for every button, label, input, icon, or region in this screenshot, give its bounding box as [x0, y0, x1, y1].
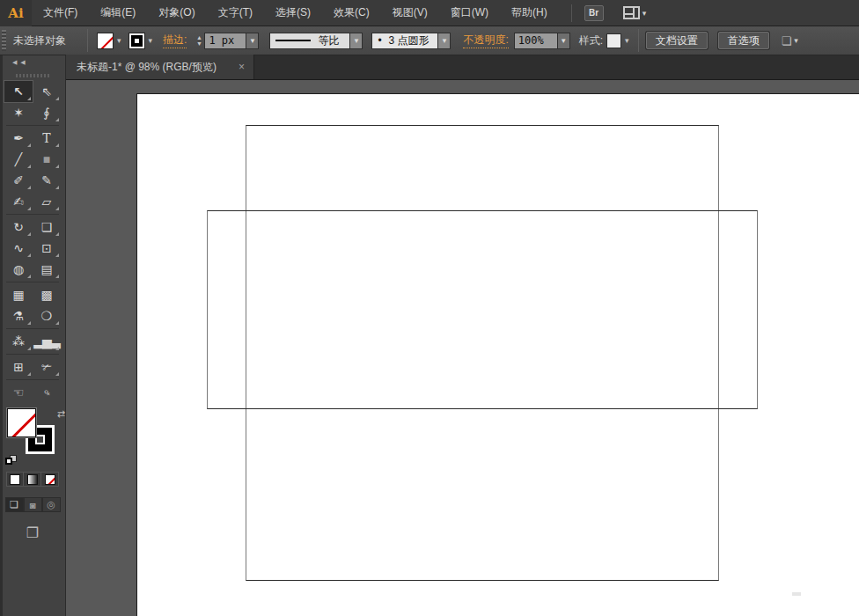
- tool-slice[interactable]: ✃: [33, 356, 61, 378]
- collapse-panel-icon[interactable]: ◀ ◀: [12, 59, 26, 66]
- rectangle-shape-wide[interactable]: [207, 210, 758, 409]
- none-button[interactable]: [41, 472, 59, 487]
- bridge-button[interactable]: Br: [584, 5, 604, 21]
- menu-file[interactable]: 文件(F): [32, 0, 89, 26]
- zoom-tool-icon: ♀: [39, 385, 54, 400]
- tool-zoom[interactable]: ♀: [33, 382, 61, 403]
- selection-status: 未选择对象: [13, 33, 82, 48]
- none-icon: [45, 474, 55, 485]
- tool-artboard[interactable]: ⊞: [4, 356, 33, 378]
- preferences-button[interactable]: 首选项: [718, 32, 769, 49]
- tool-width[interactable]: ∿: [4, 238, 33, 259]
- document-setup-button[interactable]: 文档设置: [646, 32, 708, 49]
- tool-rotate[interactable]: ↻: [4, 216, 33, 238]
- tool-line-segment[interactable]: ╱: [4, 149, 33, 170]
- width-tool-icon: ∿: [13, 242, 24, 254]
- chevron-down-icon[interactable]: ▾: [794, 36, 798, 45]
- canvas-pasteboard[interactable]: [66, 80, 859, 616]
- tool-direct-selection[interactable]: ⇖: [33, 81, 61, 102]
- stepper-down-icon[interactable]: ▼: [194, 40, 204, 47]
- stroke-profile-dropdown[interactable]: ▼: [350, 33, 363, 49]
- chevron-down-icon[interactable]: ▾: [621, 36, 633, 45]
- tool-free-transform[interactable]: ⊡: [33, 238, 61, 259]
- tool-gradient[interactable]: ▩: [33, 284, 61, 305]
- workspace-switcher[interactable]: ▾: [623, 6, 647, 19]
- stroke-width-stepper[interactable]: ▲ ▼: [194, 34, 204, 47]
- workspace-layout-icon: [623, 6, 640, 19]
- stroke-color-control[interactable]: ▾: [128, 33, 157, 49]
- stepper-up-icon[interactable]: ▲: [194, 34, 204, 40]
- opacity-dropdown[interactable]: ▼: [558, 33, 570, 49]
- tool-magic-wand[interactable]: ✶: [4, 102, 33, 123]
- tool-scale[interactable]: ❏: [33, 216, 61, 238]
- tool-perspective-grid[interactable]: ▤: [33, 259, 61, 280]
- tool-group-divider: [6, 282, 59, 282]
- eyedropper-tool-icon: ⚗: [13, 310, 25, 322]
- tool-type[interactable]: T: [33, 128, 61, 149]
- draw-normal-button[interactable]: ❏: [5, 497, 24, 512]
- tool-group-divider: [6, 214, 59, 215]
- close-icon[interactable]: ×: [237, 61, 246, 73]
- draw-behind-button[interactable]: ◙: [24, 497, 42, 512]
- tool-column-graph[interactable]: ▂▅▃: [33, 331, 61, 352]
- pen-tool-icon: ✒: [13, 132, 24, 144]
- tool-paintbrush[interactable]: ✐: [4, 170, 33, 191]
- select-similar-icon[interactable]: ❏: [782, 34, 792, 48]
- menu-select[interactable]: 选择(S): [264, 0, 322, 26]
- color-button[interactable]: [6, 472, 24, 487]
- chevron-down-icon[interactable]: ▾: [145, 36, 157, 45]
- swap-fill-stroke-icon[interactable]: ⇄: [57, 408, 65, 420]
- tool-hand[interactable]: ☜: [4, 382, 33, 403]
- opacity-input[interactable]: 100%: [514, 33, 558, 49]
- menu-help[interactable]: 帮助(H): [500, 0, 559, 26]
- stroke-width-input[interactable]: 1 px: [204, 33, 246, 49]
- tool-eyedropper[interactable]: ⚗: [4, 305, 33, 326]
- document-tab[interactable]: 未标题-1* @ 98% (RGB/预览) ×: [66, 55, 254, 79]
- brush-select[interactable]: • 3 点圆形: [371, 33, 438, 49]
- stroke-panel-link[interactable]: 描边:: [163, 33, 187, 48]
- divider: [87, 29, 88, 52]
- menu-edit[interactable]: 编辑(E): [89, 0, 147, 26]
- tool-shape-builder[interactable]: ◍: [4, 259, 33, 280]
- menu-view[interactable]: 视图(V): [381, 0, 439, 26]
- menu-window[interactable]: 窗口(W): [439, 0, 500, 26]
- brush-dropdown[interactable]: ▼: [438, 33, 451, 49]
- stroke-width-dropdown[interactable]: ▼: [246, 33, 259, 49]
- tool-pencil[interactable]: ✎: [33, 170, 61, 191]
- menu-bar: Ai 文件(F) 编辑(E) 对象(O) 文字(T) 选择(S) 效果(C) 视…: [0, 0, 859, 26]
- menu-type[interactable]: 文字(T): [207, 0, 264, 26]
- draw-inside-button[interactable]: ◎: [42, 497, 61, 512]
- tool-rectangle[interactable]: ■: [33, 149, 61, 170]
- tool-pen[interactable]: ✒: [4, 128, 33, 149]
- screen-mode-button[interactable]: ❐: [26, 524, 39, 541]
- stroke-profile-select[interactable]: 等比: [269, 33, 350, 49]
- document-tab-bar: 未标题-1* @ 98% (RGB/预览) ×: [66, 55, 859, 80]
- tool-mesh[interactable]: ▦: [4, 284, 33, 305]
- line-segment-tool-icon: ╱: [15, 153, 22, 165]
- panel-grip[interactable]: [2, 30, 6, 51]
- tool-eraser[interactable]: ▱: [33, 191, 61, 212]
- tool-lasso[interactable]: ∮: [33, 102, 61, 123]
- stroke-swatch-icon[interactable]: [128, 33, 145, 49]
- tool-selection[interactable]: ↖: [4, 81, 33, 102]
- gradient-button[interactable]: [24, 472, 41, 487]
- chevron-down-icon[interactable]: ▾: [114, 36, 125, 45]
- style-swatch[interactable]: [606, 33, 621, 48]
- fill-color-control[interactable]: ▾: [97, 33, 125, 49]
- opacity-panel-link[interactable]: 不透明度:: [463, 33, 508, 48]
- symbol-sprayer-tool-icon: ⁂: [12, 335, 25, 348]
- artboard-tool-icon: ⊞: [13, 361, 24, 373]
- default-fill-stroke-icon[interactable]: [5, 455, 17, 465]
- none-fill-swatch-icon[interactable]: [97, 33, 114, 49]
- tool-symbol-sprayer[interactable]: ⁂: [4, 331, 33, 352]
- brush-preview-dot: •: [378, 34, 381, 47]
- menu-effect[interactable]: 效果(C): [322, 0, 381, 26]
- cursor-ghost-artifact: [792, 592, 801, 596]
- fill-swatch-none[interactable]: [7, 408, 36, 437]
- panel-drag-grip[interactable]: [16, 74, 49, 77]
- tool-blob-brush[interactable]: ✍: [4, 191, 33, 212]
- control-bar: 未选择对象 ▾ ▾ 描边: ▲ ▼ 1 px ▼ 等比 ▼ • 3 点圆形 ▼ …: [0, 26, 859, 55]
- tool-blend[interactable]: ❍: [33, 305, 61, 326]
- menu-object[interactable]: 对象(O): [147, 0, 206, 26]
- artboard[interactable]: [136, 93, 859, 616]
